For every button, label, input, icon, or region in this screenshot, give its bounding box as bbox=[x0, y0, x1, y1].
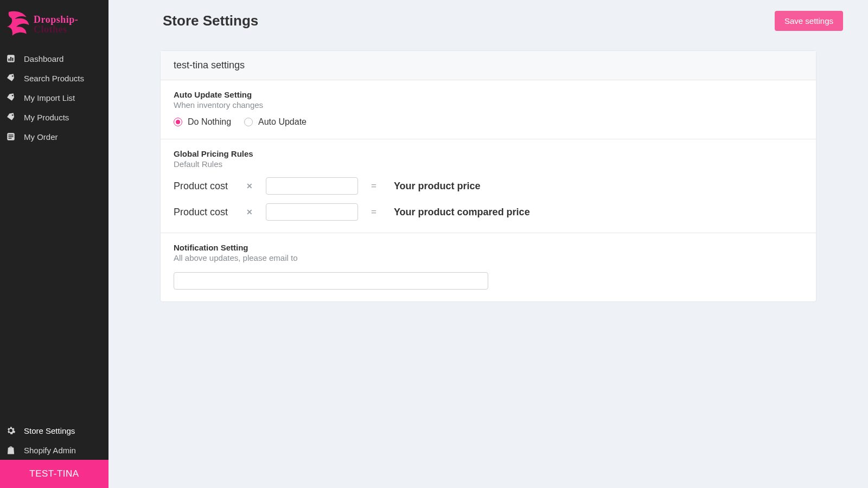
sidebar-item-label: Dashboard bbox=[24, 54, 63, 63]
bar-chart-icon bbox=[5, 53, 16, 64]
store-badge[interactable]: TEST-TINA bbox=[0, 460, 108, 488]
multiply-icon: ✕ bbox=[246, 182, 253, 190]
svg-rect-2 bbox=[10, 57, 11, 61]
multiplier-input-compared[interactable] bbox=[266, 203, 358, 221]
svg-point-5 bbox=[12, 95, 13, 96]
section-auto-update: Auto Update Setting When inventory chang… bbox=[161, 80, 816, 139]
section-title: Notification Setting bbox=[174, 243, 803, 252]
save-settings-button[interactable]: Save settings bbox=[775, 11, 843, 31]
svg-point-6 bbox=[12, 114, 13, 115]
svg-point-4 bbox=[12, 75, 13, 76]
gear-icon bbox=[5, 425, 16, 436]
list-icon bbox=[5, 131, 16, 142]
radio-dot-icon bbox=[244, 118, 253, 126]
radio-dot-icon bbox=[174, 118, 182, 126]
sidebar-nav-bottom: Store Settings Shopify Admin TEST-TINA bbox=[0, 421, 108, 488]
sidebar-item-dashboard[interactable]: Dashboard bbox=[0, 49, 108, 68]
sidebar-item-search-products[interactable]: Search Products bbox=[0, 68, 108, 88]
svg-rect-8 bbox=[9, 134, 14, 136]
svg-rect-3 bbox=[12, 58, 13, 61]
multiplier-input-price[interactable] bbox=[266, 177, 358, 195]
brand-mark-icon bbox=[4, 8, 33, 41]
sidebar-item-label: Store Settings bbox=[24, 426, 75, 435]
tag-icon bbox=[5, 73, 16, 84]
pricing-label: Product cost bbox=[174, 207, 233, 218]
multiply-icon: ✕ bbox=[246, 208, 253, 216]
bag-icon bbox=[5, 445, 16, 455]
sidebar-item-label: Search Products bbox=[24, 74, 84, 83]
sidebar-item-store-settings[interactable]: Store Settings bbox=[0, 421, 108, 440]
page-title: Store Settings bbox=[163, 12, 258, 29]
sidebar-item-my-order[interactable]: My Order bbox=[0, 127, 108, 146]
sidebar-item-label: My Import List bbox=[24, 93, 75, 102]
section-title: Global Pricing Rules bbox=[174, 149, 803, 158]
svg-rect-1 bbox=[9, 59, 10, 61]
equals-icon: = bbox=[371, 207, 376, 217]
section-subtitle: When inventory changes bbox=[174, 100, 803, 110]
brand-logo: Dropship-Clothes bbox=[0, 0, 108, 49]
sidebar-item-label: Shopify Admin bbox=[24, 446, 76, 455]
sidebar-item-import-list[interactable]: My Import List bbox=[0, 88, 108, 107]
pricing-label: Product cost bbox=[174, 181, 233, 192]
sidebar-item-label: My Order bbox=[24, 132, 58, 142]
section-subtitle: All above updates, please email to bbox=[174, 253, 803, 262]
tag-icon bbox=[5, 112, 16, 123]
notification-email-input[interactable] bbox=[174, 272, 488, 290]
brand-name: Dropship-Clothes bbox=[34, 15, 104, 34]
section-pricing: Global Pricing Rules Default Rules Produ… bbox=[161, 139, 816, 233]
radio-do-nothing[interactable]: Do Nothing bbox=[174, 117, 231, 127]
pricing-result-label: Your product compared price bbox=[394, 207, 530, 218]
radio-label: Do Nothing bbox=[188, 117, 231, 127]
section-title: Auto Update Setting bbox=[174, 90, 803, 99]
pricing-row-compared-price: Product cost ✕ = Your product compared p… bbox=[174, 203, 803, 221]
pricing-result-label: Your product price bbox=[394, 181, 481, 192]
card-header: test-tina settings bbox=[161, 51, 816, 80]
radio-auto-update[interactable]: Auto Update bbox=[244, 117, 307, 127]
section-notification: Notification Setting All above updates, … bbox=[161, 233, 816, 301]
svg-rect-10 bbox=[9, 138, 12, 139]
sidebar-item-shopify-admin[interactable]: Shopify Admin bbox=[0, 440, 108, 460]
sidebar-item-my-products[interactable]: My Products bbox=[0, 107, 108, 127]
tag-icon bbox=[5, 92, 16, 103]
sidebar-item-label: My Products bbox=[24, 113, 69, 122]
radio-label: Auto Update bbox=[258, 117, 307, 127]
section-subtitle: Default Rules bbox=[174, 159, 803, 169]
sidebar: Dropship-Clothes Dashboard Search Produc… bbox=[0, 0, 108, 488]
sidebar-nav-top: Dashboard Search Products My Import List… bbox=[0, 49, 108, 146]
pricing-row-product-price: Product cost ✕ = Your product price bbox=[174, 177, 803, 195]
settings-card: test-tina settings Auto Update Setting W… bbox=[160, 50, 816, 302]
main-content: Store Settings Save settings test-tina s… bbox=[108, 0, 868, 488]
svg-rect-9 bbox=[9, 136, 14, 137]
equals-icon: = bbox=[371, 181, 376, 191]
page-header: Store Settings Save settings bbox=[130, 11, 846, 31]
